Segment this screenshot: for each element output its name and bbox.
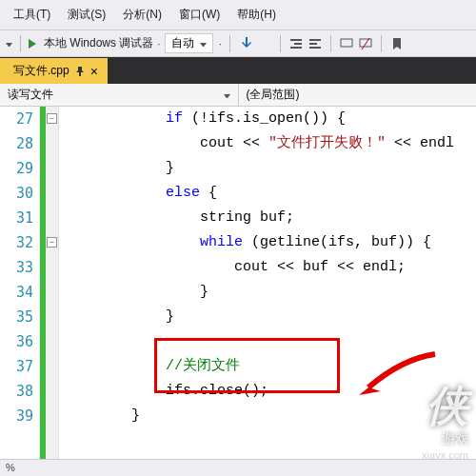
indent-right-icon[interactable] <box>307 36 323 51</box>
menu-window[interactable]: 窗口(W) <box>171 4 228 26</box>
config-dropdown[interactable]: 自动 <box>165 33 213 53</box>
menu-help[interactable]: 帮助(H) <box>229 4 284 26</box>
step-into-icon[interactable] <box>238 36 253 51</box>
dropdown-icon[interactable] <box>6 40 12 47</box>
indent-left-icon[interactable] <box>288 36 304 51</box>
comment-icon[interactable] <box>339 36 354 51</box>
navigation-bar: 读写文件 (全局范围) <box>0 84 476 107</box>
chevron-down-icon <box>200 40 207 47</box>
debug-button[interactable]: 本地 Windows 调试器 <box>44 35 153 51</box>
pin-icon[interactable] <box>75 67 85 76</box>
chevron-down-icon <box>224 91 230 98</box>
line-numbers: 27 28 29 30 31 32 33 34 35 36 37 38 39 <box>0 107 40 476</box>
code-editor[interactable]: 27 28 29 30 31 32 33 34 35 36 37 38 39 −… <box>0 107 476 476</box>
tab-label: 写文件.cpp <box>13 63 69 79</box>
divider <box>20 35 21 52</box>
divider <box>229 35 230 52</box>
fold-icon[interactable]: − <box>47 237 57 248</box>
svg-line-2 <box>362 38 369 50</box>
svg-rect-0 <box>341 39 352 47</box>
fold-gutter: − − <box>46 107 59 476</box>
divider <box>280 35 281 52</box>
watermark: 侠 游戏 xiayx.com <box>422 378 468 461</box>
play-icon[interactable] <box>29 39 36 49</box>
scope-dropdown[interactable]: 读写文件 <box>0 84 239 106</box>
file-tab[interactable]: 写文件.cpp × <box>0 58 108 84</box>
toolbar-button[interactable] <box>257 36 272 51</box>
svg-rect-1 <box>360 39 371 47</box>
close-icon[interactable]: × <box>90 64 98 79</box>
bookmark-icon[interactable] <box>389 36 405 51</box>
menu-bar: 工具(T) 测试(S) 分析(N) 窗口(W) 帮助(H) <box>0 0 476 30</box>
menu-tools[interactable]: 工具(T) <box>6 4 58 26</box>
divider <box>381 35 382 52</box>
member-dropdown[interactable]: (全局范围) <box>239 84 477 106</box>
uncomment-icon[interactable] <box>358 36 373 51</box>
status-bar: % <box>0 459 476 476</box>
tab-strip: 写文件.cpp × <box>0 57 476 84</box>
toolbar: 本地 Windows 调试器 · 自动 · <box>0 30 476 57</box>
code-area[interactable]: if (!ifs.is_open()) { cout << "文件打开失败！" … <box>59 107 476 476</box>
menu-test[interactable]: 测试(S) <box>60 4 113 26</box>
divider <box>330 35 331 52</box>
fold-icon[interactable]: − <box>47 113 57 124</box>
menu-analyze[interactable]: 分析(N) <box>115 4 169 26</box>
